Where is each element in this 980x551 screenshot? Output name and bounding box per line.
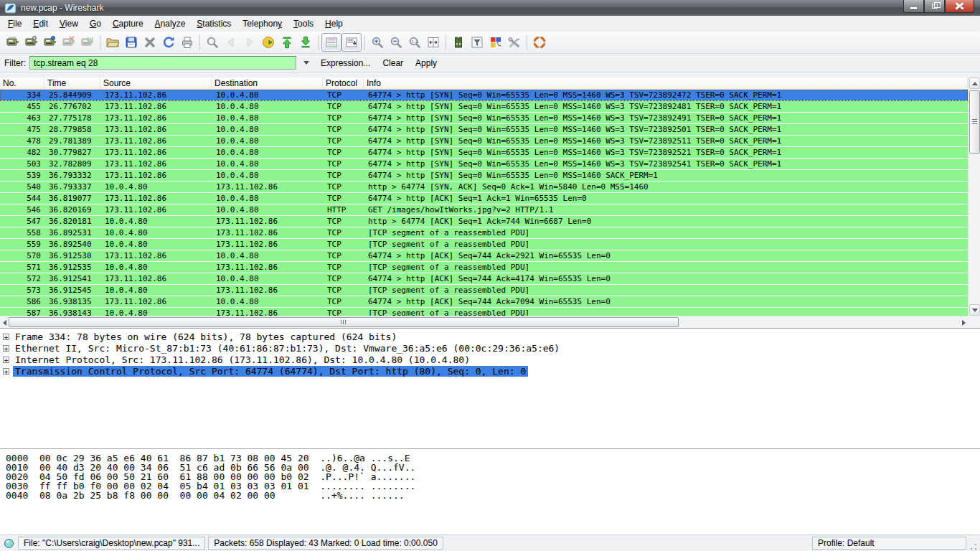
zoom-in-button[interactable] [368, 33, 387, 52]
hex-dump-pane: 000000 0c 29 36 a5 e6 40 61 86 87 b1 73 … [0, 448, 980, 534]
expand-icon[interactable]: + [3, 345, 9, 352]
menu-capture[interactable]: Capture [107, 17, 149, 31]
packet-row[interactable]: 54736.82018110.0.4.80173.11.102.86TCPhtt… [0, 216, 968, 227]
column-header-protocol[interactable]: Protocol [323, 77, 364, 89]
wireshark-window: new.pcap - Wireshark FileEditViewGoCaptu… [0, 0, 980, 551]
expand-icon[interactable]: + [3, 334, 9, 340]
capture-filters-button[interactable] [449, 33, 468, 52]
detail-line[interactable]: +Internet Protocol, Src: 173.11.102.86 (… [0, 354, 980, 365]
packet-row[interactable]: 50332.782809173.11.102.8610.0.4.80TCP647… [0, 159, 968, 170]
packet-row[interactable]: 48230.779827173.11.102.8610.0.4.80TCP647… [0, 147, 968, 159]
go-to-top-button[interactable] [278, 33, 296, 52]
packet-row[interactable]: 55936.89254010.0.4.80173.11.102.86TCP[TC… [0, 239, 968, 250]
open-file-button[interactable] [103, 33, 122, 52]
packet-row[interactable]: 57036.912530173.11.102.8610.0.4.80TCP647… [0, 250, 968, 262]
menu-analyze[interactable]: Analyze [149, 17, 192, 31]
packet-row[interactable]: 57336.91254510.0.4.80173.11.102.86TCP[TC… [0, 285, 968, 296]
detail-line[interactable]: +Frame 334: 78 bytes on wire (624 bits),… [0, 331, 980, 342]
resize-grip[interactable] [969, 542, 978, 551]
packet-row[interactable]: 47829.781389173.11.102.8610.0.4.80TCP647… [0, 136, 968, 147]
capture-options-icon [24, 35, 39, 50]
close-button[interactable] [945, 0, 974, 13]
list-interfaces-button[interactable] [4, 33, 22, 52]
packet-list-hscrollbar[interactable] [0, 316, 968, 328]
column-header-info[interactable]: Info [364, 77, 968, 89]
auto-scroll-button[interactable] [341, 33, 362, 52]
arrow-up-icon [972, 82, 978, 85]
expand-icon[interactable]: + [3, 357, 9, 363]
menu-go[interactable]: Go [84, 17, 107, 31]
status-profile-panel[interactable]: Profile: Default [812, 537, 966, 550]
close-file-button[interactable] [141, 33, 159, 52]
expert-info-button[interactable] [2, 537, 15, 550]
preferences-button[interactable] [505, 33, 524, 52]
menu-help[interactable]: Help [319, 17, 349, 31]
go-to-bottom-icon [298, 35, 313, 50]
filter-label: Filter: [4, 58, 26, 68]
colorize-list-button[interactable] [321, 33, 341, 52]
column-header-no[interactable]: No. [0, 77, 44, 89]
filter-input[interactable]: tcp.stream eq 28 [29, 56, 296, 70]
display-filters-button[interactable] [468, 33, 486, 52]
packet-row[interactable]: 45526.776702173.11.102.8610.0.4.80TCP647… [0, 101, 968, 113]
scroll-left-button[interactable] [0, 317, 9, 328]
resize-columns-button[interactable] [424, 33, 443, 52]
menu-view[interactable]: View [54, 17, 84, 31]
scroll-down-button[interactable] [969, 304, 980, 316]
toolbar-separator [364, 35, 365, 50]
packet-row[interactable]: 53936.793332173.11.102.8610.0.4.80TCP647… [0, 170, 968, 182]
column-header-source[interactable]: Source [100, 77, 212, 89]
column-header-time[interactable]: Time [44, 77, 100, 89]
hscroll-thumb[interactable] [9, 317, 679, 327]
save-as-button[interactable] [122, 33, 141, 52]
packet-row[interactable]: 47528.779858173.11.102.8610.0.4.80TCP647… [0, 124, 968, 136]
column-header-destination[interactable]: Destination [212, 77, 323, 89]
packet-row[interactable]: 57136.91253510.0.4.80173.11.102.86TCP[TC… [0, 262, 968, 273]
find-packet-button[interactable] [203, 33, 222, 52]
auto-scroll-icon [344, 35, 359, 50]
expression-button[interactable]: Expression... [316, 56, 374, 70]
arrow-left-icon [3, 320, 6, 326]
packet-row[interactable]: 54436.819077173.11.102.8610.0.4.80TCP647… [0, 193, 968, 204]
hex-line[interactable]: 004008 0a 2b 25 b8 f8 00 00 00 00 04 02 … [6, 491, 980, 500]
capture-options-button[interactable] [22, 33, 41, 52]
menu-telephony[interactable]: Telephony [237, 17, 288, 31]
title-bar: new.pcap - Wireshark [0, 0, 980, 16]
vscroll-thumb[interactable] [969, 90, 980, 154]
packet-row[interactable]: 54036.79333710.0.4.80173.11.102.86TCPhtt… [0, 182, 968, 193]
apply-button[interactable]: Apply [411, 56, 441, 70]
reload-button[interactable] [159, 33, 178, 52]
capture-start-button[interactable] [41, 33, 60, 52]
packet-row[interactable]: 55836.89253110.0.4.80173.11.102.86TCP[TC… [0, 227, 968, 239]
menu-statistics[interactable]: Statistics [191, 17, 237, 31]
menu-tools[interactable]: Tools [288, 17, 319, 31]
print-button[interactable] [178, 33, 197, 52]
go-back-button [222, 33, 240, 52]
menu-file[interactable]: File [2, 17, 27, 31]
scroll-right-button[interactable] [959, 317, 968, 328]
zoom-100-button[interactable]: 1:1 [405, 33, 424, 52]
clear-button[interactable]: Clear [378, 56, 407, 70]
go-to-packet-button[interactable] [259, 33, 278, 52]
scroll-up-button[interactable] [969, 77, 980, 89]
minimize-button[interactable] [903, 0, 924, 13]
go-to-bottom-button[interactable] [296, 33, 315, 52]
packet-row[interactable]: 58736.93814310.0.4.80173.11.102.86TCP[TC… [0, 308, 968, 316]
restore-button[interactable] [924, 0, 945, 13]
packet-row[interactable]: 46327.775178173.11.102.8610.0.4.80TCP647… [0, 113, 968, 124]
packet-row[interactable]: 57236.912541173.11.102.8610.0.4.80TCP647… [0, 273, 968, 285]
status-file-panel: File: "C:\Users\craig\Desktop\new.pcap" … [18, 537, 205, 550]
packet-list-vscrollbar[interactable] [968, 77, 980, 316]
coloring-rules-button[interactable] [486, 33, 505, 52]
detail-line[interactable]: +Ethernet II, Src: Micro-St_87:b1:73 (40… [0, 342, 980, 354]
window-title: new.pcap - Wireshark [21, 3, 103, 13]
expand-icon[interactable]: + [3, 368, 9, 375]
packet-row[interactable]: 33425.844909173.11.102.8610.0.4.80TCP647… [0, 90, 968, 101]
detail-line[interactable]: +Transmission Control Protocol, Src Port… [0, 365, 980, 377]
zoom-out-button[interactable] [387, 33, 405, 52]
packet-row[interactable]: 58636.938135173.11.102.8610.0.4.80TCP647… [0, 296, 968, 308]
help-button[interactable] [530, 33, 549, 52]
menu-edit[interactable]: Edit [27, 17, 54, 31]
packet-row[interactable]: 54636.820169173.11.102.8610.0.4.80HTTPGE… [0, 204, 968, 216]
filter-dropdown-button[interactable] [300, 56, 313, 70]
